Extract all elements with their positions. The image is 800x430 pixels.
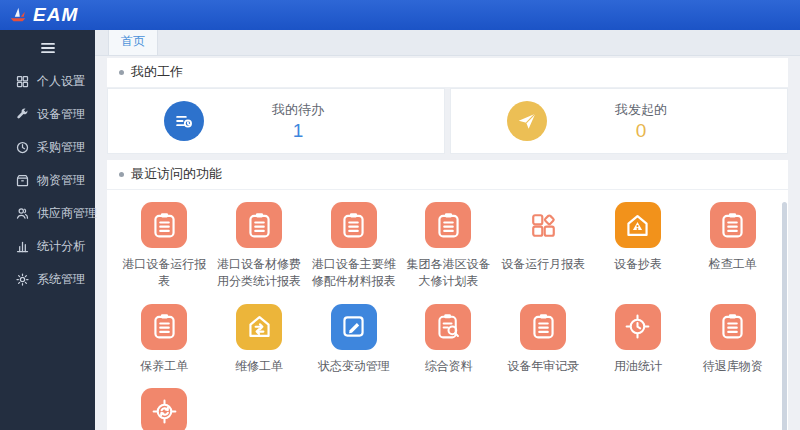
function-shortcut[interactable]: 集团各港区设备大修计划表 [401,202,496,291]
function-label: 用油统计 [614,358,662,375]
work-card[interactable]: 我的待办 1 [107,88,445,154]
function-shortcut[interactable]: 港口设备运行报表 [117,202,212,291]
clipboard-icon [141,202,187,248]
clipboard-icon [141,304,187,350]
sidebar: 个人设置 设备管理 采购管理 物资管理 [0,30,95,430]
clipboard-search-icon [425,304,471,350]
clipboard-icon [425,202,471,248]
clipboard-icon [331,202,377,248]
recent-functions-title: 最近访问的功能 [107,160,788,190]
my-work-title: 我的工作 [107,58,788,88]
sidebar-menu: 个人设置 设备管理 采购管理 物资管理 [0,65,95,296]
sidebar-item-label: 系统管理 [37,271,85,288]
bar-chart-icon [15,239,30,254]
sidebar-item-label: 供应商管理 [37,205,97,222]
sidebar-item[interactable]: 采购管理 [0,131,95,164]
grid-icon [15,74,30,89]
function-grid: 港口设备运行报表 港口设备材修费用分类统计报表 港口设备主要维修配件材料报表 [117,202,780,430]
work-card-label: 我发起的 [547,101,735,119]
recent-functions-section: 最近访问的功能 港口设备运行报表 港口设备材修费用分类统计报表 [107,160,788,430]
work-card-label: 我的待办 [204,101,392,119]
function-shortcut[interactable]: 领料申请 [117,388,212,430]
sidebar-item[interactable]: 设备管理 [0,98,95,131]
function-label: 港口设备材修费用分类统计报表 [212,256,307,291]
function-shortcut[interactable]: 检查工单 [685,202,780,291]
function-label: 检查工单 [709,256,757,273]
sidebar-item[interactable]: 物资管理 [0,164,95,197]
work-cards: 我的待办 1 我发起的 0 [107,88,788,154]
function-label: 状态变动管理 [318,358,390,375]
clipboard-icon [520,304,566,350]
scrollbar[interactable] [782,202,787,430]
sidebar-item-label: 采购管理 [37,139,85,156]
main-content: 首页 我的工作 我的待办 1 [95,30,800,430]
function-label: 设备抄表 [614,256,662,273]
todo-list-icon [164,101,204,141]
app-title: EAM [33,4,78,26]
function-label: 港口设备主要维修配件材料报表 [306,256,401,291]
function-shortcut[interactable]: 设备抄表 [591,202,686,291]
work-card-count: 1 [204,120,392,142]
menu-toggle-button[interactable] [37,39,59,57]
grid-squares-icon [520,202,566,248]
function-label: 维修工单 [235,358,283,375]
clock-icon [15,140,30,155]
recent-functions-panel: 港口设备运行报表 港口设备材修费用分类统计报表 港口设备主要维修配件材料报表 [107,190,788,430]
wrench-icon [15,107,30,122]
crosshair-sync-icon [141,388,187,430]
clipboard-icon [710,202,756,248]
crosshair-clock-icon [615,304,661,350]
sidebar-item-label: 物资管理 [37,172,85,189]
function-label: 综合资料 [424,358,472,375]
eam-app: EAM 个人设置 设备管理 采购管理 [0,0,800,430]
function-shortcut[interactable]: 设备年审记录 [496,304,591,375]
my-work-section: 我的工作 我的待办 1 [107,58,788,154]
house-alert-icon [615,202,661,248]
sail-logo-icon [7,4,29,26]
function-shortcut[interactable]: 用油统计 [591,304,686,375]
function-shortcut[interactable]: 保养工单 [117,304,212,375]
app-header: EAM [0,0,800,30]
work-card[interactable]: 我发起的 0 [450,88,788,154]
sidebar-item-label: 统计分析 [37,238,85,255]
function-shortcut[interactable]: 港口设备材修费用分类统计报表 [212,202,307,291]
function-shortcut[interactable]: 维修工单 [212,304,307,375]
function-label: 设备运行月报表 [501,256,585,273]
clipboard-icon [710,304,756,350]
content-area: 我的工作 我的待办 1 [95,56,800,430]
function-shortcut[interactable]: 港口设备主要维修配件材料报表 [306,202,401,291]
function-label: 设备年审记录 [507,358,579,375]
sidebar-item[interactable]: 供应商管理 [0,197,95,230]
sidebar-item[interactable]: 系统管理 [0,263,95,296]
sidebar-item[interactable]: 统计分析 [0,230,95,263]
function-shortcut[interactable]: 综合资料 [401,304,496,375]
box-icon [15,173,30,188]
paper-plane-icon [507,101,547,141]
work-card-count: 0 [547,120,735,142]
gear-icon [15,272,30,287]
function-shortcut[interactable]: 设备运行月报表 [496,202,591,291]
tab-bar: 首页 [95,30,800,56]
tab-home[interactable]: 首页 [108,30,158,55]
function-shortcut[interactable]: 待退库物资 [685,304,780,375]
app-logo: EAM [0,4,95,26]
function-label: 港口设备运行报表 [117,256,212,291]
sidebar-item-label: 个人设置 [37,73,85,90]
work-card-info: 我的待办 1 [204,101,392,142]
function-label: 保养工单 [140,358,188,375]
work-card-info: 我发起的 0 [547,101,735,142]
clipboard-icon [236,202,282,248]
sidebar-item-label: 设备管理 [37,106,85,123]
house-arrows-icon [236,304,282,350]
people-icon [15,206,30,221]
function-shortcut[interactable]: 状态变动管理 [306,304,401,375]
function-label: 集团各港区设备大修计划表 [401,256,496,291]
clipboard-edit-icon [331,304,377,350]
sidebar-item[interactable]: 个人设置 [0,65,95,98]
function-label: 待退库物资 [703,358,763,375]
